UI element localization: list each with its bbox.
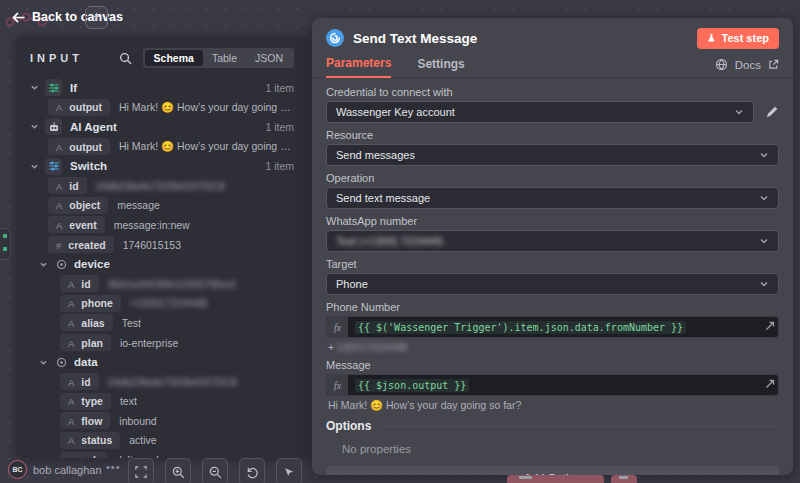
chevron-down-icon[interactable] [30,83,39,92]
community-icon[interactable] [715,58,728,71]
tab-table[interactable]: Table [203,50,246,66]
zoom-in-button[interactable] [165,458,191,483]
operation-select[interactable]: Send text message [326,187,779,209]
phone-number-field: Phone Number fx {{ $('Wassenger Trigger'… [326,301,779,353]
tab-json[interactable]: JSON [246,50,292,66]
fx-badge: fx [327,375,348,395]
resource-label: Resource [326,129,779,141]
fit-view-button[interactable] [128,458,154,483]
whatsapp-number-label: WhatsApp number [326,215,779,227]
if-node-icon [45,79,62,96]
tab-settings[interactable]: Settings [417,57,464,77]
tab-parameters[interactable]: Parameters [326,56,391,78]
add-node-button[interactable]: + [85,6,108,29]
schema-object-row-data[interactable]: data [30,352,294,372]
message-label: Message [326,359,779,371]
display-mode-tabs: Schema Table JSON [143,48,294,68]
schema-node-row-if[interactable]: If 1 item [30,78,294,98]
field-pill[interactable]: Aalias [60,314,113,331]
field-pill[interactable]: Aplan [60,334,111,351]
schema-field-row: #created 1746015153 [30,235,294,255]
field-pill[interactable]: Aflow [60,412,110,429]
switch-node-icon [45,158,62,175]
field-pill[interactable]: Atype [60,393,111,410]
node-header: Send Text Message Test step [312,18,793,49]
field-pill[interactable]: Aoutput [48,138,110,155]
flask-icon [707,33,716,43]
fx-badge: fx [327,317,348,337]
schema-node-row-ai-agent[interactable]: AI Agent 1 item [30,117,294,137]
target-label: Target [326,258,779,270]
node-label: Switch [70,160,107,172]
item-count: 1 item [265,82,294,94]
field-pill[interactable]: Aid [48,177,87,194]
tab-schema[interactable]: Schema [145,50,203,66]
back-arrow-icon [12,12,25,23]
undo-button[interactable] [239,458,265,483]
field-value: inbound [119,415,156,427]
expression-eval-preview: +13001722444B [328,341,779,353]
field-pill[interactable]: Aphone [60,295,121,312]
zoom-out-button[interactable] [202,458,228,483]
wassenger-icon [326,29,344,47]
schema-field-row: Aoutput Hi Mark! 😊 How’s your day going … [30,98,294,118]
field-value: text [120,395,137,407]
canvas-footer: BC bob callaghan ••• [0,458,800,483]
schema-field-row: Aid 24db23fa4e7320b4247DC8 [30,372,294,392]
chevron-down-icon[interactable] [30,122,39,131]
field-value: Test [122,317,141,329]
credential-field: Credential to connect with Wassenger Key… [326,86,779,123]
target-field: Target Phone [326,258,779,295]
pencil-icon[interactable] [765,105,779,119]
schema-field-row: Astatus active [30,431,294,451]
options-label: Options [326,419,371,433]
ai-agent-icon [45,118,62,135]
field-pill[interactable]: Astatus [60,432,120,449]
external-link-icon[interactable] [768,59,779,70]
more-menu-button[interactable]: ••• [106,461,121,473]
target-select[interactable]: Phone [326,273,779,295]
message-expression-input[interactable]: fx {{ $json.output }} [326,374,779,396]
schema-field-row: Aid 24db23fa4e7320b4247DC8 [30,176,294,196]
canvas-node-stub[interactable] [0,228,11,260]
phone-number-expression-input[interactable]: fx {{ $('Wassenger Trigger').item.json.d… [326,316,779,338]
field-pill[interactable]: Aobject [48,197,108,214]
zoom-out-icon [209,466,222,479]
field-value: 1746015153 [123,239,181,251]
field-pill[interactable]: Aid [60,373,99,390]
expand-expression-icon[interactable] [765,379,775,389]
object-label: data [74,356,98,368]
field-pill[interactable]: Aoutput [48,99,110,116]
schema-field-row: Aobject message [30,196,294,216]
schema-object-row-device[interactable]: device [30,254,294,274]
node-detail-panel: Send Text Message Test step Parameters S… [312,18,793,475]
node-label: If [70,82,77,94]
field-pill[interactable]: #created [48,236,114,253]
parameters-form: Credential to connect with Wassenger Key… [312,78,793,475]
whatsapp-number-select[interactable]: Test (+1300) 7224445 [326,230,779,252]
chevron-down-icon[interactable] [39,260,48,269]
credential-select[interactable]: Wassenger Key account [326,101,754,123]
search-icon[interactable] [119,52,132,65]
avatar[interactable]: BC [8,460,27,479]
node-tabs: Parameters Settings Docs [312,56,793,78]
resource-select[interactable]: Send messages [326,144,779,166]
field-pill[interactable]: Aid [60,275,99,292]
test-step-button[interactable]: Test step [697,28,779,49]
field-pill[interactable]: Aevent [48,216,105,233]
docs-link[interactable]: Docs [735,59,761,71]
operation-label: Operation [326,172,779,184]
whatsapp-number-field: WhatsApp number Test (+1300) 7224445 [326,215,779,252]
chevron-down-icon[interactable] [30,162,39,171]
operation-field: Operation Send text message [326,172,779,209]
chevron-down-icon[interactable] [39,358,48,367]
field-value: Hi Mark! 😊 How’s your day going so far? [119,101,294,114]
expand-expression-icon[interactable] [765,321,775,331]
schema-field-row: Aoutput Hi Mark! 😊 How’s your day going … [30,137,294,157]
zoom-in-icon [172,466,185,479]
field-value: message:in:new [114,219,190,231]
schema-field-row: Aevent message:in:new [30,215,294,235]
schema-node-row-switch[interactable]: Switch 1 item [30,156,294,176]
expression-eval-preview: Hi Mark! 😊 How’s your day going so far? [328,399,779,411]
tidy-up-button[interactable] [276,458,302,483]
